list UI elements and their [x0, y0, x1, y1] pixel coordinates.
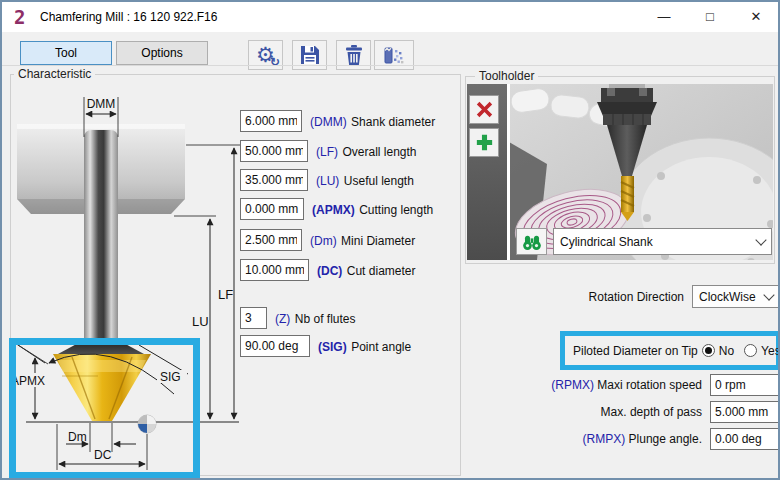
chevron-down-icon [763, 289, 774, 300]
maxi-rotation-speed-input[interactable] [710, 374, 780, 396]
tab-options[interactable]: Options [116, 41, 208, 65]
field-row-overall-length: (LF) Overall length [240, 140, 417, 162]
maxi-rotation-speed-row: (RPMX) Maxi rotation speed [502, 373, 780, 396]
chamfering-mill-dialog: 2 Chamfering Mill : 16 120 922.F16 — □ ✕… [0, 0, 780, 480]
point-angle-input[interactable] [240, 335, 310, 357]
max-depth-pass-row: Max. depth of pass [502, 400, 780, 423]
useful-length-input[interactable] [240, 169, 308, 191]
search-toolholder-button[interactable] [516, 228, 547, 255]
rotation-direction-label: Rotation Direction [589, 290, 684, 304]
piloted-yes-label: Yes [761, 344, 780, 358]
max-depth-pass-input[interactable] [710, 401, 780, 423]
title-bar: 2 Chamfering Mill : 16 120 922.F16 — □ ✕ [2, 2, 778, 32]
param-code-dc: (DC) [317, 264, 342, 278]
param-code-z: (Z) [275, 312, 290, 326]
piloted-no-radio[interactable] [702, 344, 715, 357]
add-plus-icon [476, 134, 493, 151]
build-gears-icon: ⚙ ↻ [256, 44, 275, 66]
add-toolholder-button[interactable] [469, 128, 499, 157]
toolholder-divider [507, 84, 510, 260]
app-logo-icon: 2 [14, 6, 25, 28]
shank-diameter-input[interactable] [240, 110, 302, 132]
maximize-button[interactable]: □ [688, 2, 732, 32]
param-code-lf: (LF) [316, 145, 338, 159]
window-title: Chamfering Mill : 16 120 922.F16 [40, 2, 217, 32]
param-code-dm: (Dm) [310, 234, 337, 248]
field-row-cutting-length: (APMX) Cutting length [240, 198, 433, 220]
dmm-dim-label: DMM [87, 97, 116, 111]
param-code-rmpx: (RMPX) [583, 432, 626, 446]
toolholder-label: Toolholder [475, 69, 538, 83]
tab-tool[interactable]: Tool [20, 41, 112, 65]
plunge-angle-row: (RMPX) Plunge angle. [502, 427, 780, 450]
param-code-apmx: (APMX) [312, 203, 355, 217]
binoculars-icon [521, 233, 543, 251]
field-row-shank-diameter: (DMM) Shank diameter [240, 110, 435, 132]
tool-simulation-icon [382, 44, 406, 66]
param-code-dmm: (DMM) [310, 115, 347, 129]
chevron-down-icon [755, 234, 766, 245]
save-icon [299, 44, 321, 66]
trash-icon [343, 44, 365, 66]
toolbar-separator [2, 65, 778, 66]
shank-type-dropdown[interactable]: Cylindrical Shank [553, 228, 772, 255]
overall-length-input[interactable] [240, 140, 308, 162]
cut-diameter-input[interactable] [240, 259, 309, 281]
rotation-direction-row: Rotation Direction ClockWise [502, 285, 780, 308]
field-row-point-angle: (SIG) Point angle [240, 335, 411, 357]
lf-dim-label: LF [218, 287, 233, 302]
close-button[interactable]: ✕ [734, 2, 778, 32]
tool-shank-shape [84, 130, 118, 342]
piloted-diameter-label: Piloted Diameter on Tip [573, 344, 698, 358]
minimize-button[interactable]: — [642, 2, 686, 32]
piloted-yes-radio[interactable] [744, 344, 757, 357]
plunge-angle-input[interactable] [710, 428, 780, 450]
field-row-cut-diameter: (DC) Cut diameter [240, 259, 415, 281]
delete-x-icon [476, 101, 493, 118]
piloted-no-label: No [719, 344, 734, 358]
lu-dim-label: LU [192, 314, 209, 329]
tool-tip-highlight-box [9, 338, 200, 479]
cutting-length-input[interactable] [240, 198, 304, 220]
param-code-lu: (LU) [316, 174, 339, 188]
characteristic-label: Characteristic [14, 67, 95, 81]
remove-toolholder-button[interactable] [469, 95, 499, 124]
mini-diameter-input[interactable] [240, 229, 302, 251]
field-row-mini-diameter: (Dm) Mini Diameter [240, 229, 415, 251]
flutes-count-input[interactable] [240, 307, 267, 329]
param-code-rpmx: (RPMX) [551, 378, 594, 392]
rotation-direction-dropdown[interactable]: ClockWise [692, 285, 780, 308]
field-row-useful-length: (LU) Useful length [240, 169, 414, 191]
piloted-diameter-highlight-box: Piloted Diameter on Tip No Yes [560, 331, 780, 370]
field-row-flutes: (Z) Nb of flutes [240, 307, 355, 329]
param-code-sig: (SIG) [318, 340, 347, 354]
